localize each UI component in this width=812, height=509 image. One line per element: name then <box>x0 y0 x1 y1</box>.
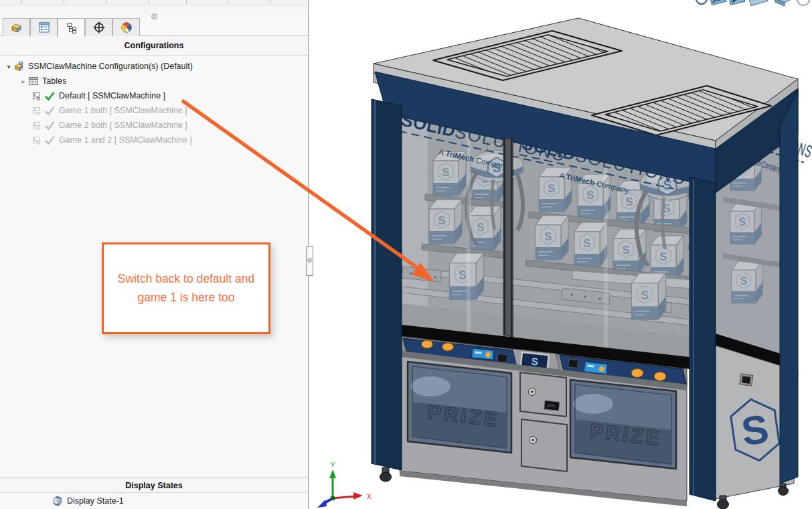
configuration-flag-icon <box>31 105 42 117</box>
dimxpert-icon <box>92 21 106 34</box>
solidworks-window: Configurations ▾ SSMClawMachine Configur… <box>0 0 812 509</box>
panel-collapse-strip[interactable] <box>0 5 308 17</box>
display-state-label: Display State-1 <box>67 496 124 506</box>
tab-propertymanager[interactable] <box>30 18 58 37</box>
panel-splitter-handle[interactable] <box>306 246 313 276</box>
inactive-check-icon <box>44 121 56 131</box>
tree-item-configurations-root[interactable]: ▾ SSMClawMachine Configuration(s) (Defau… <box>0 59 308 74</box>
heads-up-toolbar-sliver[interactable] <box>696 0 809 6</box>
config-label: Game 2 both [ SSMClawMachine ] <box>59 121 187 130</box>
annotation-line: game 1 is here too <box>138 289 235 307</box>
tab-configurationmanager[interactable] <box>58 18 85 38</box>
button-orange <box>442 343 454 351</box>
tree-item-config-game1and2[interactable]: Game 1 and 2 [ SSMClawMachine ] <box>0 133 308 147</box>
splitter-dot <box>307 258 312 263</box>
annotation-note: Switch back to default and game 1 is her… <box>102 242 270 334</box>
tab-displaymanager[interactable] <box>112 18 140 37</box>
tab-featuremanager[interactable] <box>3 18 30 37</box>
annotation-line: Switch back to default and <box>118 270 254 288</box>
tab-dimxpertmanager[interactable] <box>85 18 112 37</box>
configuration-flag-icon <box>31 120 42 131</box>
expanded-arrow-icon[interactable]: ▾ <box>4 63 13 70</box>
tree-item-tables[interactable]: ▸ Tables <box>0 74 308 88</box>
collapsed-arrow-icon[interactable]: ▸ <box>19 78 28 85</box>
config-label: Game 1 and 2 [ SSMClawMachine ] <box>59 135 192 145</box>
part-icon <box>10 21 23 34</box>
configuration-flag-icon <box>31 135 42 146</box>
configuration-manager-icon <box>65 21 78 35</box>
button-orange <box>631 369 643 378</box>
tree-item-config-default[interactable]: Default [ SSMClawMachine ] <box>0 88 308 103</box>
config-label: Default [ SSMClawMachine ] <box>59 91 165 100</box>
toolbar-sliver <box>0 0 308 5</box>
configuration-tree: ▾ SSMClawMachine Configuration(s) (Defau… <box>0 59 308 147</box>
button-orange <box>654 372 666 381</box>
tables-label: Tables <box>42 76 66 86</box>
inactive-check-icon <box>44 106 56 116</box>
svg-text:S: S <box>531 356 539 368</box>
tree-item-config-game1both[interactable]: Game 1 both [ SSMClawMachine ] <box>0 103 308 118</box>
display-state-icon <box>52 495 64 507</box>
button-orange <box>422 340 433 348</box>
manager-tabbar <box>0 17 308 36</box>
active-check-icon <box>44 91 56 101</box>
coordinate-triad: Y X <box>317 461 372 508</box>
tables-icon <box>28 76 39 86</box>
display-manager-icon <box>120 21 133 34</box>
display-states-header: Display States <box>0 478 308 493</box>
configuration-flag-icon <box>31 90 42 102</box>
inactive-check-icon <box>44 135 56 145</box>
config-label: Game 1 both [ SSMClawMachine ] <box>59 106 187 115</box>
triad-y-label: Y <box>331 461 335 469</box>
claw-machine[interactable]: SOLIDSOLUTIONS A TriMech Company SOLIDSO… <box>372 18 812 509</box>
display-states-section: Display States Display State-1 <box>0 478 308 509</box>
claw-machine-model[interactable]: S S <box>309 0 812 509</box>
property-manager-icon <box>37 21 51 34</box>
tree-item-config-game2both[interactable]: Game 2 both [ SSMClawMachine ] <box>0 118 308 133</box>
graphics-viewport[interactable]: S S <box>309 0 812 509</box>
triad-x-label: X <box>367 493 372 500</box>
part-configurations-icon <box>13 61 25 72</box>
root-config-label: SSMClawMachine Configuration(s) (Default… <box>28 62 193 71</box>
configurations-header: Configurations <box>0 36 308 56</box>
display-state-item[interactable]: Display State-1 <box>0 493 308 509</box>
